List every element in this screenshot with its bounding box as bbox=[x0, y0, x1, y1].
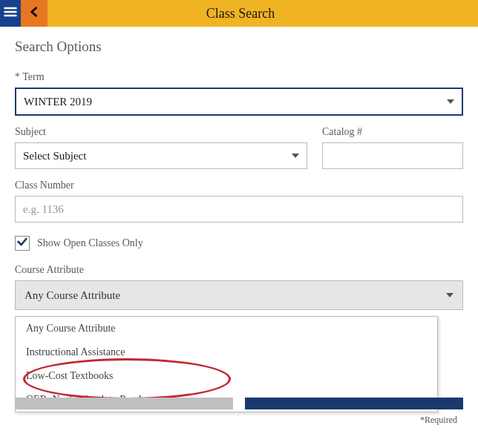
course-attribute-select[interactable]: Any Course Attribute bbox=[15, 280, 463, 310]
course-attribute-selected-value: Any Course Attribute bbox=[24, 289, 120, 302]
back-button[interactable] bbox=[21, 0, 48, 27]
dropdown-option[interactable]: Any Course Attribute bbox=[16, 317, 437, 340]
subject-selected-value: Select Subject bbox=[23, 150, 86, 162]
show-open-label: Show Open Classes Only bbox=[37, 237, 143, 249]
course-attribute-label: Course Attribute bbox=[15, 264, 463, 276]
chevron-left-icon bbox=[28, 6, 40, 21]
clear-button[interactable] bbox=[15, 398, 233, 409]
dropdown-option[interactable]: Low-Cost Textbooks bbox=[16, 364, 437, 388]
chevron-down-icon bbox=[446, 293, 454, 297]
chevron-down-icon bbox=[292, 154, 299, 158]
catalog-input[interactable] bbox=[322, 142, 463, 169]
page-title: Class Search bbox=[48, 6, 478, 22]
term-label: * Term bbox=[15, 71, 463, 83]
search-options-heading: Search Options bbox=[15, 39, 463, 55]
checkmark-icon bbox=[16, 236, 28, 251]
catalog-label: Catalog # bbox=[322, 126, 463, 138]
show-open-checkbox[interactable] bbox=[15, 236, 30, 251]
class-number-input[interactable] bbox=[15, 196, 463, 223]
menu-button[interactable] bbox=[0, 0, 21, 27]
chevron-down-icon bbox=[447, 99, 454, 104]
search-button[interactable] bbox=[245, 398, 463, 409]
title-bar: Class Search bbox=[0, 0, 478, 27]
dropdown-option[interactable]: Instructional Assistance bbox=[16, 340, 437, 364]
hamburger-icon bbox=[3, 4, 18, 22]
subject-label: Subject bbox=[15, 126, 307, 138]
subject-select[interactable]: Select Subject bbox=[15, 142, 307, 169]
class-number-label: Class Number bbox=[15, 179, 463, 191]
term-selected-value: WINTER 2019 bbox=[24, 96, 92, 108]
required-note: *Required bbox=[420, 415, 457, 426]
term-select[interactable]: WINTER 2019 bbox=[15, 88, 463, 116]
